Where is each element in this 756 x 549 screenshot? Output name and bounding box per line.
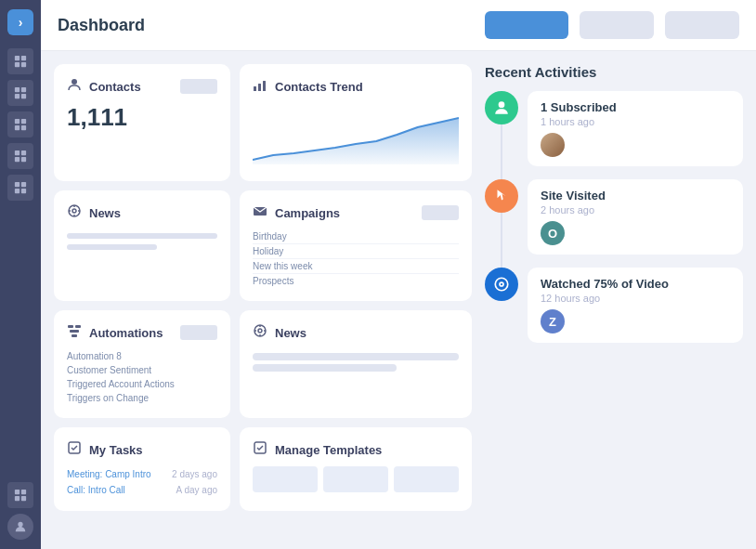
auto-item-3[interactable]: Triggered Account Actions xyxy=(67,377,217,391)
site-visited-icon xyxy=(485,179,518,213)
svg-rect-3 xyxy=(21,62,26,67)
campaigns-icon xyxy=(253,203,267,222)
sidebar-item-5[interactable] xyxy=(7,175,33,201)
recent-title: Recent Activities xyxy=(485,64,743,80)
trend-chart-svg xyxy=(253,109,459,164)
tasks-title-row: My Tasks xyxy=(67,440,217,459)
logo-chevron: › xyxy=(19,15,23,30)
svg-rect-13 xyxy=(21,150,26,155)
recent-activities-panel: Recent Activities 1 Subscribed 1 hours a… xyxy=(485,64,743,536)
svg-rect-14 xyxy=(15,157,20,162)
contacts-trend-card: Contacts Trend xyxy=(240,64,472,181)
site-visited-avatar: O xyxy=(541,221,565,245)
campaign-item-3[interactable]: New this week xyxy=(253,259,459,274)
svg-rect-7 xyxy=(21,94,26,98)
page-title: Dashboard xyxy=(58,16,474,35)
auto-list: Automation 8 Customer Sentiment Triggere… xyxy=(67,349,217,405)
sidebar-bottom xyxy=(7,482,33,540)
header-btn-secondary[interactable] xyxy=(580,11,654,39)
trend-title-row: Contacts Trend xyxy=(253,77,363,96)
sidebar-item-bottom-1[interactable] xyxy=(7,482,33,508)
row-1: Contacts 1,111 Contacts Trend xyxy=(54,64,472,181)
trend-icon xyxy=(253,77,267,96)
site-visited-card: Site Visited 2 hours ago O xyxy=(528,179,743,255)
campaign-item-2[interactable]: Holiday xyxy=(253,244,459,259)
svg-point-25 xyxy=(72,79,77,85)
row-3: Automations Automation 8 Customer Sentim… xyxy=(54,310,472,418)
automations-title-row: Automations xyxy=(67,323,163,342)
news-line-1 xyxy=(67,233,217,239)
template-row xyxy=(253,466,459,492)
task-name-1[interactable]: Meeting: Camp Intro xyxy=(67,469,151,479)
news-right-bar-1 xyxy=(253,353,459,360)
svg-point-24 xyxy=(18,522,22,527)
svg-rect-4 xyxy=(15,87,20,92)
news-left-icon xyxy=(67,203,82,222)
row-2: News Campaigns xyxy=(54,190,472,301)
automations-label: Automations xyxy=(89,326,163,340)
svg-point-50 xyxy=(501,283,502,285)
svg-rect-18 xyxy=(15,189,20,193)
template-placeholder-3 xyxy=(394,466,459,492)
dashboard-grid: Contacts 1,111 Contacts Trend xyxy=(54,64,472,536)
task-list: Meeting: Camp Intro 2 days ago Call: Int… xyxy=(67,466,217,498)
sidebar-item-2[interactable] xyxy=(7,80,33,106)
svg-rect-28 xyxy=(263,81,266,91)
header-btn-tertiary[interactable] xyxy=(665,11,739,39)
svg-point-30 xyxy=(72,209,76,213)
site-visited-time: 2 hours ago xyxy=(541,204,730,216)
news-right-card: News xyxy=(240,310,472,418)
news-line-2 xyxy=(67,244,157,250)
campaigns-badge xyxy=(422,205,459,220)
activity-item-subscribed: 1 Subscribed 1 hours ago xyxy=(485,91,743,166)
news-left-card: News xyxy=(54,190,230,301)
auto-item-4[interactable]: Triggers on Change xyxy=(67,391,217,405)
svg-rect-6 xyxy=(15,94,20,98)
svg-rect-38 xyxy=(72,334,77,337)
user-avatar[interactable] xyxy=(7,514,33,540)
campaigns-header: Campaigns xyxy=(253,203,459,222)
row-4: My Tasks Meeting: Camp Intro 2 days ago … xyxy=(54,427,472,511)
svg-rect-16 xyxy=(15,182,20,187)
sidebar-item-4[interactable] xyxy=(7,143,33,169)
video-time: 12 hours ago xyxy=(541,293,730,304)
news-right-icon xyxy=(253,323,267,342)
campaign-item-4[interactable]: Prospects xyxy=(253,274,459,288)
svg-rect-36 xyxy=(75,325,81,328)
svg-rect-37 xyxy=(70,330,79,333)
avatar-letter-o: O xyxy=(548,227,557,241)
svg-rect-5 xyxy=(21,87,26,92)
auto-item-1[interactable]: Automation 8 xyxy=(67,349,217,363)
activity-item-video: Watched 75% of Video 12 hours ago Z xyxy=(485,268,743,343)
avatar-letter-z: Z xyxy=(549,315,556,329)
campaign-item-1[interactable]: Birthday xyxy=(253,229,459,244)
video-icon xyxy=(485,268,518,301)
auto-item-2[interactable]: Customer Sentiment xyxy=(67,363,217,377)
svg-point-47 xyxy=(499,101,505,108)
automations-badge xyxy=(180,325,217,340)
sidebar: › xyxy=(0,0,41,549)
video-card: Watched 75% of Video 12 hours ago Z xyxy=(528,268,743,343)
tasks-label: My Tasks xyxy=(89,443,143,457)
task-name-2[interactable]: Call: Intro Call xyxy=(67,485,125,495)
header: Dashboard xyxy=(41,0,756,51)
sidebar-item-1[interactable] xyxy=(7,48,33,74)
trend-card-header: Contacts Trend xyxy=(253,77,459,96)
campaigns-card: Campaigns Birthday Holiday New this week… xyxy=(240,190,472,301)
svg-rect-22 xyxy=(15,496,20,501)
task-item-2: Call: Intro Call A day ago xyxy=(67,482,217,498)
news-left-label: News xyxy=(89,206,121,220)
manage-templates-card: Manage Templates xyxy=(240,427,472,511)
task-item-1: Meeting: Camp Intro 2 days ago xyxy=(67,466,217,482)
campaigns-title-row: Campaigns xyxy=(253,203,340,222)
svg-rect-20 xyxy=(15,490,20,494)
video-avatar: Z xyxy=(541,309,565,333)
header-btn-primary[interactable] xyxy=(485,11,568,39)
sidebar-logo[interactable]: › xyxy=(7,9,33,35)
contacts-card-header: Contacts xyxy=(67,77,217,96)
main-area: Dashboard Contacts xyxy=(41,0,756,549)
contacts-label: Contacts xyxy=(89,80,141,94)
automations-icon xyxy=(67,323,82,342)
sidebar-item-3[interactable] xyxy=(7,111,33,137)
content-area: Contacts 1,111 Contacts Trend xyxy=(41,51,756,549)
